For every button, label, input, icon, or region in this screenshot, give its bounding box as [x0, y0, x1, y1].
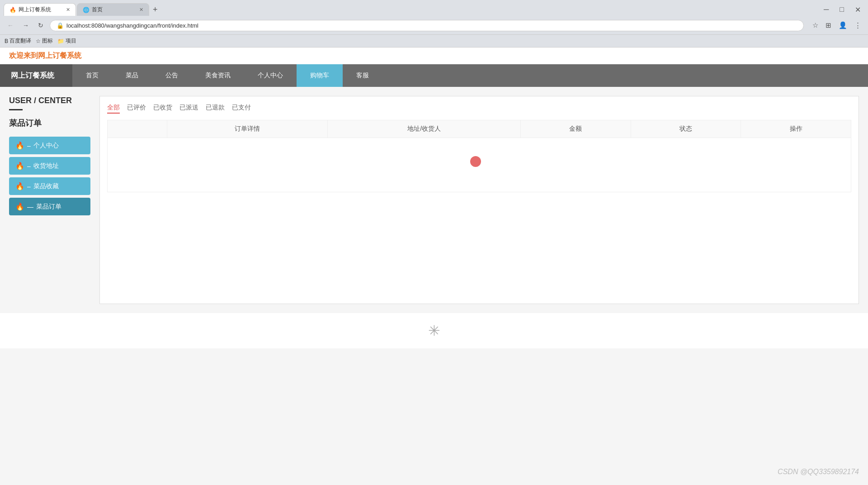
nav-item-notice[interactable]: 公告	[152, 64, 192, 87]
bookmark-star-icon[interactable]: ☆	[810, 20, 821, 30]
sidebar: USER / CENTER 菜品订单 🔥 – 个人中心 🔥 – 收货地址 🔥 –	[9, 96, 90, 304]
site-welcome: 欢迎来到网上订餐系统	[0, 48, 868, 64]
page-wrapper: 欢迎来到网上订餐系统 网上订餐系统 首页 菜品 公告 美食资讯 个人中心 购物车	[0, 48, 868, 348]
nav-item-cart[interactable]: 购物车	[297, 64, 343, 87]
extension-icon[interactable]: ⊞	[823, 20, 834, 30]
order-table-head: 订单详情 地址/收货人 金额 状态 操作	[108, 120, 851, 138]
order-filter-tabs: 全部 已评价 已收货 已派送 已退款 已支付	[107, 104, 851, 114]
title-bar: 🔥 网上订餐系统 ✕ 🌐 首页 ✕ + ─ □ ✕	[0, 0, 868, 16]
welcome-text: 欢迎来到网上订餐系统	[9, 52, 81, 59]
filter-tab-paid[interactable]: 已支付	[232, 104, 251, 114]
tab-favicon-2: 🌐	[83, 7, 89, 13]
bookmark-translate-icon: B	[5, 38, 8, 44]
tab-label-2: 首页	[92, 6, 103, 14]
tab-label-1: 网上订餐系统	[19, 6, 51, 14]
th-status: 状态	[631, 120, 741, 138]
address-input[interactable]: 🔒 localhost:8080/wangshangdingcan/front/…	[50, 20, 804, 31]
forward-button[interactable]: →	[20, 20, 32, 30]
new-tab-button[interactable]: +	[150, 5, 160, 14]
bookmark-translate[interactable]: B 百度翻译	[5, 37, 31, 45]
browser-tab-inactive[interactable]: 🌐 首页 ✕	[77, 3, 149, 16]
bookmark-project-icon: 📁	[57, 38, 64, 44]
filter-tab-reviewed[interactable]: 已评价	[127, 104, 146, 114]
bookmark-icons[interactable]: ☆ 图标	[36, 37, 53, 45]
fire-icon-2: 🔥	[15, 162, 24, 170]
nav-brand: 网上订餐系统	[0, 64, 72, 87]
sidebar-item-address-label: 收货地址	[33, 162, 59, 170]
snowflake-icon: ✳	[428, 322, 440, 339]
browser-chrome: 🔥 网上订餐系统 ✕ 🌐 首页 ✕ + ─ □ ✕ ← → ↻ 🔒 localh…	[0, 0, 868, 48]
minimize-button[interactable]: ─	[820, 5, 832, 15]
nav-item-dishes[interactable]: 菜品	[112, 64, 152, 87]
sidebar-item-personal-label: 个人中心	[33, 142, 59, 150]
filter-tab-all[interactable]: 全部	[107, 104, 120, 114]
close-button[interactable]: ✕	[851, 5, 864, 15]
sidebar-item-orders[interactable]: 🔥 — 菜品订单	[9, 198, 90, 215]
th-empty	[108, 120, 167, 138]
th-order-detail: 订单详情	[167, 120, 327, 138]
browser-action-buttons: ☆ ⊞ 👤 ⋮	[810, 20, 863, 30]
window-controls: ─ □ ✕	[820, 5, 864, 15]
sidebar-item-personal-center[interactable]: 🔥 – 个人中心	[9, 137, 90, 154]
nav-items: 首页 菜品 公告 美食资讯 个人中心 购物车 客服	[72, 64, 382, 87]
sidebar-menu: 🔥 – 个人中心 🔥 – 收货地址 🔥 – 菜品收藏 🔥 — 菜	[9, 137, 90, 215]
bookmark-translate-label: 百度翻译	[9, 37, 31, 45]
loading-spinner-area: ✳	[0, 313, 868, 348]
bookmark-project-label: 项目	[66, 37, 76, 45]
order-table: 订单详情 地址/收货人 金额 状态 操作	[107, 120, 851, 192]
fire-icon-3: 🔥	[15, 182, 24, 190]
refresh-button[interactable]: ↻	[35, 20, 46, 30]
nav-item-home[interactable]: 首页	[72, 64, 112, 87]
profile-icon[interactable]: 👤	[836, 20, 849, 30]
tab-close-2[interactable]: ✕	[139, 7, 143, 13]
sidebar-divider	[9, 109, 23, 110]
browser-tab-active[interactable]: 🔥 网上订餐系统 ✕	[4, 3, 76, 16]
tab-close-1[interactable]: ✕	[66, 7, 70, 13]
sidebar-item-favorites-label: 菜品收藏	[33, 182, 59, 190]
settings-icon[interactable]: ⋮	[852, 20, 863, 30]
th-amount: 金额	[521, 120, 631, 138]
th-action: 操作	[741, 120, 851, 138]
address-bar: ← → ↻ 🔒 localhost:8080/wangshangdingcan/…	[0, 16, 868, 34]
bookmark-icons-icon: ☆	[36, 38, 41, 44]
maximize-button[interactable]: □	[836, 5, 848, 15]
bookmark-project[interactable]: 📁 项目	[57, 37, 76, 45]
cursor-dot	[470, 156, 481, 167]
filter-tab-dispatched[interactable]: 已派送	[179, 104, 198, 114]
filter-tab-received[interactable]: 已收货	[153, 104, 172, 114]
nav-item-news[interactable]: 美食资讯	[192, 64, 244, 87]
fire-icon-4: 🔥	[15, 202, 24, 211]
table-header-row: 订单详情 地址/收货人 金额 状态 操作	[108, 120, 851, 138]
nav-item-service[interactable]: 客服	[343, 64, 382, 87]
nav-item-personal[interactable]: 个人中心	[244, 64, 297, 87]
lock-icon: 🔒	[57, 22, 64, 29]
empty-row	[108, 138, 851, 192]
sidebar-item-favorites[interactable]: 🔥 – 菜品收藏	[9, 177, 90, 195]
main-panel: 全部 已评价 已收货 已派送 已退款 已支付 订单详情 地址/收货人 金额	[99, 96, 859, 304]
bookmark-icons-label: 图标	[42, 37, 53, 45]
table-row-empty	[108, 138, 851, 192]
address-text: localhost:8080/wangshangdingcan/front/in…	[66, 22, 198, 29]
sidebar-section-title: 菜品订单	[9, 118, 90, 128]
th-address: 地址/收货人	[328, 120, 521, 138]
content-area: USER / CENTER 菜品订单 🔥 – 个人中心 🔥 – 收货地址 🔥 –	[0, 87, 868, 313]
main-navigation: 网上订餐系统 首页 菜品 公告 美食资讯 个人中心 购物车 客服	[0, 64, 868, 87]
sidebar-item-address[interactable]: 🔥 – 收货地址	[9, 157, 90, 175]
order-table-area: 订单详情 地址/收货人 金额 状态 操作	[107, 120, 851, 192]
user-center-title: USER / CENTER	[9, 96, 90, 105]
filter-tab-refunded[interactable]: 已退款	[206, 104, 225, 114]
tab-favicon-1: 🔥	[9, 7, 16, 13]
order-table-body	[108, 138, 851, 192]
sidebar-item-orders-label: 菜品订单	[36, 203, 61, 211]
back-button[interactable]: ←	[5, 20, 16, 30]
fire-icon-1: 🔥	[15, 141, 24, 150]
bookmarks-bar: B 百度翻译 ☆ 图标 📁 项目	[0, 34, 868, 47]
